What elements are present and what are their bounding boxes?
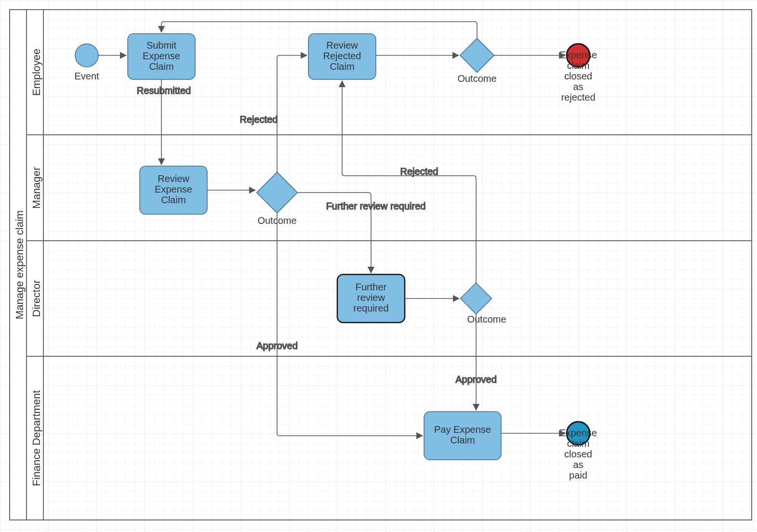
diagram-canvas: Manage expense claim Employee Manager Di… — [0, 0, 757, 532]
edge-resubmitted-label: Resubmitted — [137, 85, 191, 96]
lane-label-director: Director — [30, 280, 42, 317]
task-further-review-label: Furtherreviewrequired — [353, 282, 388, 313]
pool-title: Manage expense claim — [13, 210, 26, 319]
edge-further-label: Further review required — [326, 201, 426, 211]
task-submit[interactable]: SubmitExpenseClaim — [128, 34, 195, 79]
lane-label-finance: Finance Department — [30, 390, 42, 486]
task-further-review[interactable]: Furtherreviewrequired — [337, 274, 405, 323]
start-event[interactable]: Event — [74, 44, 99, 81]
end-rejected-label: Expenseclaimclosedasrejected — [559, 50, 597, 103]
edge-approved2-label: Approved — [455, 374, 497, 385]
lane-label-employee: Employee — [30, 49, 42, 96]
task-review[interactable]: ReviewExpenseClaim — [140, 166, 207, 214]
gateway-director-label: Outcome — [467, 314, 506, 324]
edge-approved1-label: Approved — [256, 340, 298, 351]
task-pay[interactable]: Pay ExpenseClaim — [424, 412, 501, 460]
gateway-employee-label: Outcome — [457, 73, 496, 84]
edge-rejected2-label: Rejected — [400, 166, 438, 177]
grid-background — [0, 0, 757, 532]
end-event-rejected[interactable]: Expenseclaimclosedasrejected — [559, 44, 597, 103]
task-review-rejected[interactable]: ReviewRejectedClaim — [308, 34, 376, 79]
start-event-label: Event — [74, 71, 99, 81]
lane-label-manager: Manager — [30, 167, 42, 209]
svg-point-4 — [75, 44, 98, 67]
edge-rejected1-label: Rejected — [240, 114, 278, 125]
